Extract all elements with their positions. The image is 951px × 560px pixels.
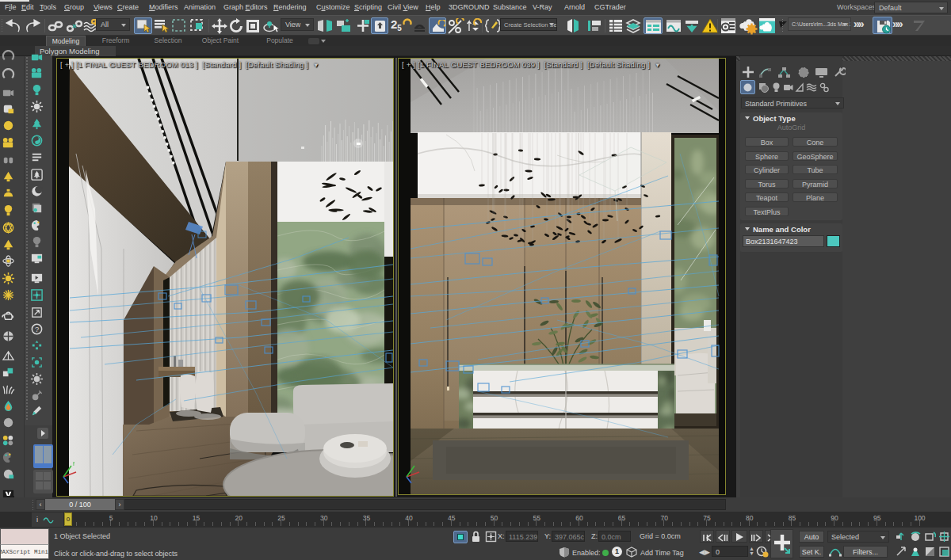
svg-text:?: ? bbox=[35, 325, 39, 333]
svg-text:f: f bbox=[73, 461, 74, 467]
